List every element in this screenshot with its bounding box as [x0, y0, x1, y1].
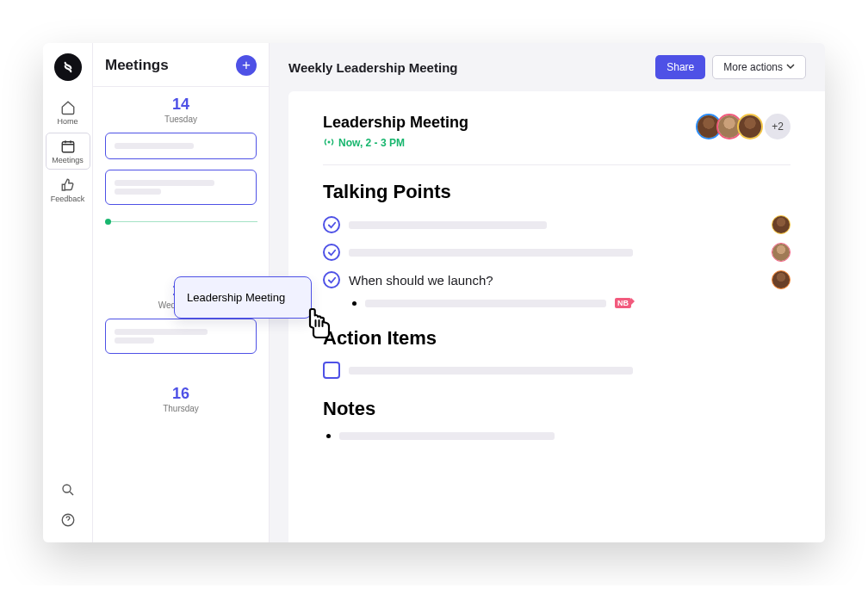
- talking-point-item[interactable]: When should we launch?: [323, 270, 790, 289]
- nav-rail: Home Meetings Feedback: [43, 43, 93, 542]
- new-meeting-button[interactable]: +: [236, 55, 257, 76]
- day-header[interactable]: 14 Tuesday: [93, 87, 269, 127]
- assignee-avatar[interactable]: [772, 270, 790, 289]
- talking-point-subitem[interactable]: NB: [352, 298, 790, 308]
- nav-label: Meetings: [52, 156, 84, 164]
- day-name: Thursday: [105, 404, 257, 413]
- section-title-action-items: Action Items: [323, 327, 790, 350]
- more-actions-button[interactable]: More actions: [712, 55, 806, 79]
- nav-item-meetings[interactable]: Meetings: [46, 133, 90, 169]
- page-title: Weekly Leadership Meeting: [288, 60, 648, 75]
- home-icon: [60, 100, 76, 115]
- svg-point-1: [63, 485, 71, 492]
- meeting-card[interactable]: [105, 170, 257, 205]
- thumbs-up-icon: [60, 177, 76, 193]
- talking-point-text: When should we launch?: [349, 273, 493, 288]
- meeting-card[interactable]: [105, 319, 257, 354]
- nav-search[interactable]: [46, 477, 90, 504]
- nav-label: Feedback: [51, 195, 85, 203]
- talking-point-item[interactable]: [323, 215, 790, 234]
- popover-title: Leadership Meeting: [187, 291, 285, 304]
- nb-tag: NB: [615, 298, 631, 308]
- action-item[interactable]: [323, 362, 790, 379]
- nav-label: Home: [57, 117, 78, 126]
- search-icon: [60, 482, 76, 498]
- chevron-down-icon: [786, 61, 795, 73]
- pointer-cursor-icon: [303, 306, 334, 344]
- day-number: 16: [105, 385, 257, 403]
- help-icon: [60, 512, 76, 528]
- meeting-time: Now, 2 - 3 PM: [323, 137, 468, 149]
- assignee-avatar[interactable]: [772, 215, 790, 234]
- now-indicator: [105, 219, 111, 225]
- svg-point-3: [328, 141, 331, 144]
- avatar[interactable]: [737, 114, 763, 139]
- day-name: Tuesday: [105, 115, 257, 124]
- topbar: Weekly Leadership Meeting Share More act…: [270, 43, 825, 91]
- nav-item-home[interactable]: Home: [46, 95, 90, 130]
- live-icon: [323, 137, 335, 149]
- sidebar-header: Meetings +: [93, 43, 269, 87]
- check-icon[interactable]: [323, 271, 340, 288]
- assignee-avatar[interactable]: [772, 243, 790, 262]
- sidebar-title: Meetings: [105, 57, 169, 74]
- main-panel: Weekly Leadership Meeting Share More act…: [270, 43, 825, 542]
- note-item[interactable]: [326, 432, 790, 440]
- talking-point-item[interactable]: [323, 243, 790, 262]
- checkbox[interactable]: [323, 362, 340, 379]
- section-title-notes: Notes: [323, 398, 790, 420]
- share-button[interactable]: Share: [655, 55, 705, 79]
- attendee-avatars[interactable]: +2: [701, 114, 790, 139]
- meeting-popover[interactable]: Leadership Meeting: [174, 276, 312, 319]
- section-title-talking-points: Talking Points: [323, 181, 790, 203]
- meeting-header: Leadership Meeting Now, 2 - 3 PM +2: [323, 114, 790, 165]
- bullet-icon: [326, 434, 331, 438]
- nav-help[interactable]: [46, 507, 90, 534]
- day-number: 14: [105, 96, 257, 114]
- check-icon[interactable]: [323, 244, 340, 261]
- check-icon[interactable]: [323, 216, 340, 233]
- bullet-icon: [352, 301, 356, 306]
- meeting-title: Leadership Meeting: [323, 114, 468, 132]
- day-header[interactable]: 16 Thursday: [93, 376, 269, 417]
- nav-item-feedback[interactable]: Feedback: [46, 172, 90, 207]
- svg-rect-0: [62, 142, 74, 152]
- calendar-icon: [60, 139, 76, 154]
- meeting-card[interactable]: [105, 133, 257, 159]
- avatar-overflow[interactable]: +2: [765, 114, 790, 139]
- app-window: Home Meetings Feedback Meetings + 14 Tue…: [43, 43, 825, 542]
- meeting-content: Leadership Meeting Now, 2 - 3 PM +2 Talk…: [288, 91, 825, 542]
- app-logo[interactable]: [54, 53, 82, 81]
